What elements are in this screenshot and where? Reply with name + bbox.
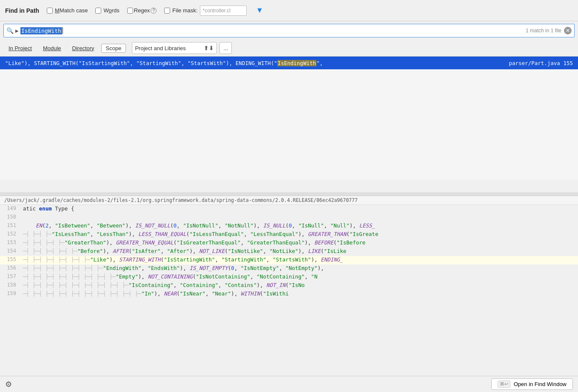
line-content-151: EN(2, "IsBetween", "Between"), IS_NOT_NU… (21, 222, 578, 229)
line-content-152: ─┤ ├─┤ ├─"IsLessThan", "LessThan"), LESS… (21, 231, 578, 237)
line-num-154: 154 (0, 248, 21, 254)
line-content-155: ─┤ ├─┤ ├─┤ ├─┤ ├─┤ ├─"Like"), STARTING_W… (21, 256, 578, 263)
line-num-152: 152 (0, 231, 21, 237)
toolbar-title: Find in Path (5, 7, 39, 14)
search-arrow-icon: ▶ (15, 28, 19, 33)
search-bar: 🔍 ▶ IsEndingWith 1 match in 1 file ✕ (3, 24, 575, 37)
code-lines: 149 atic enum Type { 150 151 EN(2, "IsBe… (0, 205, 578, 298)
scope-dropdown[interactable]: Project and Libraries ⬆⬇ (132, 42, 217, 54)
result-text: "Like"), STARTING_WITH("IsStartingWith",… (5, 60, 500, 66)
match-case-checkbox[interactable] (47, 8, 53, 14)
match-count: 1 match in 1 file (526, 28, 561, 34)
code-section: /Users/jack/.gradle/caches/modules-2/fil… (0, 196, 578, 376)
filter-icon[interactable]: ▼ (256, 6, 264, 15)
line-num-158: 158 (0, 282, 21, 288)
line-num-149: 149 (0, 205, 21, 211)
line-content-153: ─┤ ├─┤ ├─┤ ├─"GreaterThan"), GREATER_THA… (21, 239, 578, 246)
code-line-152: 152 ─┤ ├─┤ ├─"IsLessThan", "LessThan"), … (0, 230, 578, 239)
search-icon-area: 🔍 ▶ (6, 27, 19, 34)
file-path-bar: /Users/jack/.gradle/caches/modules-2/fil… (0, 196, 578, 205)
results-section: "Like"), STARTING_WITH("IsStartingWith",… (0, 57, 578, 193)
line-content-149: atic enum Type { (21, 205, 578, 212)
results-and-code: "Like"), STARTING_WITH("IsStartingWith",… (0, 57, 578, 392)
words-option[interactable]: Words (95, 7, 119, 14)
open-find-window-button[interactable]: ⌘↩ Open in Find Window (491, 378, 573, 390)
result-text-after: ", (316, 60, 323, 66)
words-checkbox[interactable] (95, 8, 101, 14)
code-line-151: 151 EN(2, "IsBetween", "Between"), IS_NO… (0, 222, 578, 230)
code-line-158: 158 ─┤ ├─┤ ├─┤ ├─┤ ├─┤ ├─┤ ├─┤ ├─┤ ├─"Is… (0, 281, 578, 290)
scope-dropdown-text: Project and Libraries (135, 45, 200, 51)
code-line-149: 149 atic enum Type { (0, 205, 578, 213)
line-content-159: ─┤ ├─┤ ├─┤ ├─┤ ├─┤ ├─┤ ├─┤ ├─┤ ├─┤ ├─"In… (21, 290, 578, 297)
result-file-location: parser/Part.java 155 (509, 60, 573, 66)
code-line-159: 159 ─┤ ├─┤ ├─┤ ├─┤ ├─┤ ├─┤ ├─┤ ├─┤ ├─┤ ├… (0, 290, 578, 298)
open-find-label: Open in Find Window (514, 381, 567, 387)
bottom-bar: ⚙ ⌘↩ Open in Find Window (0, 376, 578, 392)
file-mask-option: File mask: (164, 6, 246, 16)
regex-option[interactable]: Regex ? (127, 7, 157, 14)
search-input-highlighted: IsEndingWith (20, 27, 62, 34)
shortcut-badge: ⌘↩ (498, 381, 510, 388)
code-line-153: 153 ─┤ ├─┤ ├─┤ ├─"GreaterThan"), GREATER… (0, 239, 578, 247)
line-num-155: 155 (0, 256, 21, 262)
line-num-153: 153 (0, 239, 21, 245)
line-num-159: 159 (0, 290, 21, 296)
result-text-before: "Like"), STARTING_WITH("IsStartingWith",… (5, 60, 277, 66)
search-magnifier-icon: 🔍 (6, 27, 14, 34)
directory-button[interactable]: Directory (68, 44, 99, 52)
code-line-157: 157 ─┤ ├─┤ ├─┤ ├─┤ ├─┤ ├─┤ ├─┤ ├─"Empty"… (0, 273, 578, 281)
line-num-157: 157 (0, 273, 21, 279)
file-mask-label[interactable]: File mask: (172, 7, 197, 14)
in-project-button[interactable]: In Project (4, 44, 36, 52)
scope-bar: In Project Module Directory Scope Projec… (0, 40, 578, 57)
line-content-154: ─┤ ├─┤ ├─┤ ├─┤ ├─"Before"), AFTER("IsAft… (21, 248, 578, 254)
regex-label[interactable]: Regex (134, 7, 150, 14)
toolbar: Find in Path MMatch case Words Regex ? F… (0, 0, 578, 21)
scope-dropdown-arrows-icon: ⬆⬇ (204, 45, 214, 51)
file-mask-checkbox[interactable] (164, 8, 170, 14)
divider: · · · · · · · · · · (0, 193, 578, 196)
result-match-highlight: IsEndingWith (277, 60, 316, 66)
code-line-154: 154 ─┤ ├─┤ ├─┤ ├─┤ ├─"Before"), AFTER("I… (0, 247, 578, 256)
line-content-158: ─┤ ├─┤ ├─┤ ├─┤ ├─┤ ├─┤ ├─┤ ├─┤ ├─"IsCont… (21, 282, 578, 288)
words-label[interactable]: Words (103, 7, 119, 14)
regex-checkbox[interactable] (127, 8, 133, 14)
main-container: Find in Path MMatch case Words Regex ? F… (0, 0, 578, 392)
code-line-156: 156 ─┤ ├─┤ ├─┤ ├─┤ ├─┤ ├─┤ ├─"EndingWith… (0, 264, 578, 273)
line-content-157: ─┤ ├─┤ ├─┤ ├─┤ ├─┤ ├─┤ ├─┤ ├─"Empty"), N… (21, 273, 578, 280)
result-row[interactable]: "Like"), STARTING_WITH("IsStartingWith",… (0, 57, 578, 69)
line-content-156: ─┤ ├─┤ ├─┤ ├─┤ ├─┤ ├─┤ ├─"EndingWith", "… (21, 265, 578, 271)
line-content-150 (21, 214, 578, 220)
settings-icon[interactable]: ⚙ (5, 380, 12, 389)
line-num-156: 156 (0, 265, 21, 271)
scope-button[interactable]: Scope (101, 44, 126, 53)
module-button[interactable]: Module (39, 44, 65, 52)
match-case-option[interactable]: MMatch case (47, 7, 88, 14)
cursor (63, 27, 63, 34)
regex-help-icon[interactable]: ? (151, 8, 157, 14)
match-case-label[interactable]: MMatch case (55, 7, 88, 14)
code-line-150: 150 (0, 213, 578, 222)
code-line-155: 155 ─┤ ├─┤ ├─┤ ├─┤ ├─┤ ├─"Like"), STARTI… (0, 256, 578, 264)
line-num-150: 150 (0, 214, 21, 220)
scope-more-button[interactable]: ... (219, 42, 232, 54)
empty-results-area (0, 69, 578, 180)
clear-search-button[interactable]: ✕ (564, 27, 572, 34)
file-mask-input[interactable] (200, 6, 247, 16)
search-input-area[interactable]: IsEndingWith (20, 27, 526, 34)
line-num-151: 151 (0, 222, 21, 228)
